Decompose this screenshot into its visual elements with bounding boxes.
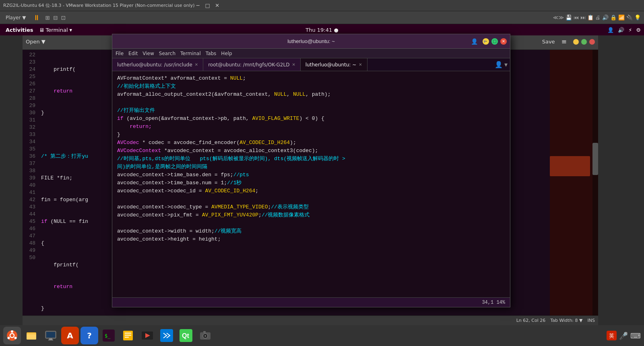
terminal-menu-btn[interactable]: 🖥 Terminal ▾ (39, 27, 72, 33)
taskbar-notes-btn[interactable] (119, 327, 137, 344)
vm-icon-1[interactable]: ⊞ (45, 14, 50, 21)
gedit-tab-width[interactable]: Tab Width: 8 ▼ (550, 318, 582, 323)
term-line-4: //打开输出文件 (117, 107, 505, 115)
media-icon (141, 329, 154, 342)
settings-icon[interactable]: ⚙ (636, 27, 641, 33)
gedit-win-controls (573, 39, 595, 45)
tab-3-close[interactable]: ✕ (359, 62, 362, 67)
terminal-label: Terminal (46, 27, 68, 33)
vmware-title: RZG2IL-Ubuntu 64 位-18.3 - VMware Worksta… (3, 2, 195, 8)
taskbar-help-btn[interactable]: ? (80, 327, 98, 344)
gedit-maximize-btn[interactable] (581, 39, 587, 45)
taskbar-media-btn[interactable] (138, 327, 156, 344)
vm-icon-print[interactable]: 🖨 (595, 14, 601, 21)
pause-icon[interactable]: ⏸ (33, 13, 40, 22)
svg-rect-14 (125, 333, 131, 334)
menu-tabs[interactable]: Tabs (206, 51, 217, 56)
term-line-12: avcodec_context->time_base.den = fps;//p… (117, 171, 505, 179)
taskbar-display-btn[interactable] (42, 327, 60, 344)
ubuntu-logo-icon (6, 330, 18, 341)
svg-point-25 (205, 336, 206, 337)
tab-3-label: lutherluo@ubuntu: ~ (305, 62, 357, 68)
taskbar-files-btn[interactable] (23, 327, 40, 344)
svg-point-3 (14, 337, 17, 339)
svg-rect-9 (49, 338, 52, 340)
terminal-dropdown-icon[interactable]: ▾ (483, 39, 486, 44)
terminal-body[interactable]: AVFormatContext* avformat_context = NULL… (112, 71, 510, 297)
svg-rect-26 (203, 331, 206, 333)
scrollbar-track (592, 50, 598, 315)
user-icon[interactable]: 👤 (607, 27, 614, 33)
term-line-10: //时间基,pts,dts的时间单位 pts(解码后帧被显示的时间), dts(… (117, 155, 505, 163)
tab-1-close[interactable]: ✕ (195, 62, 198, 67)
menu-file[interactable]: File (116, 51, 124, 56)
term-line-15: avcodec_context->codec_type = AVMEDIA_TY… (117, 203, 505, 211)
terminal-close-btn[interactable]: ✕ (500, 38, 507, 45)
terminal-icon-small: 🖥 (39, 27, 44, 33)
terminal-tab-2[interactable]: root@ubuntu: /mnt/hgfs/OK-G2LD ✕ (203, 58, 301, 71)
vm-icon-3[interactable]: ⊡ (61, 14, 66, 21)
vm-icon-lock[interactable]: 🔒 (610, 14, 617, 21)
tab-2-close[interactable]: ✕ (292, 62, 295, 67)
menu-view[interactable]: View (142, 51, 154, 56)
taskbar-vscode-btn[interactable] (158, 327, 175, 344)
minimap-viewport (550, 156, 590, 176)
term-line-9: AVCodecContext *avcodec_context = avcode… (117, 147, 505, 155)
vm-icon-copy[interactable]: 📋 (587, 14, 594, 21)
gedit-minimap (550, 50, 598, 315)
gedit-close-btn[interactable] (589, 39, 595, 45)
tab-2-label: root@ubuntu: /mnt/hgfs/OK-G2LD (208, 62, 289, 68)
activities-btn[interactable]: Activities (3, 27, 36, 33)
tab-dropdown-icon[interactable]: ▾ (504, 61, 508, 68)
taskbar-ubuntu-btn[interactable] (3, 327, 21, 344)
vm-icon-send[interactable]: ≪≫ (553, 14, 564, 21)
terminal-statusbar: 34,1 14% (112, 297, 510, 307)
ime-btn[interactable]: 英 (607, 331, 617, 340)
terminal-tab-3[interactable]: lutherluo@ubuntu: ~ ✕ (301, 58, 367, 71)
taskbar-texteditor-btn[interactable]: A (61, 327, 79, 344)
restore-btn[interactable]: □ (204, 2, 211, 9)
vm-icon-2[interactable]: ⊟ (53, 14, 58, 21)
svg-text:Qt: Qt (182, 332, 189, 339)
gedit-minimize-btn[interactable] (573, 39, 579, 45)
scrollbar-thumb[interactable] (592, 143, 598, 175)
gedit-save-btn[interactable]: Save (542, 39, 555, 45)
vm-icon-net[interactable]: 📶 (618, 14, 625, 21)
power-icon[interactable]: ⚡ (628, 27, 632, 33)
gedit-menu-btn[interactable]: ≡ (561, 38, 567, 45)
menu-search[interactable]: Search (159, 51, 175, 56)
taskbar-terminal-btn[interactable]: $_ (100, 327, 118, 344)
terminal-maximize-btn[interactable]: □ (491, 38, 498, 45)
taskbar-qt-btn[interactable]: Qt (177, 327, 195, 344)
vm-icon-light[interactable]: 💡 (634, 14, 641, 21)
player-btn[interactable]: Player ▼ (3, 14, 28, 21)
terminal-window: lutherluo@ubuntu: ~ ─ □ ✕ 👤 ▾ File Edit … (112, 34, 510, 307)
taskbar-camera-btn[interactable] (196, 327, 214, 344)
vm-icon-vol[interactable]: 🔊 (602, 14, 609, 21)
term-line-8: AVCodec * codec = avcodec_find_encoder(A… (117, 139, 505, 147)
tab-user-icon: 👤 (495, 61, 503, 68)
menu-edit[interactable]: Edit (128, 51, 138, 56)
qt-icon: Qt (180, 329, 192, 342)
volume-icon[interactable]: 🔊 (618, 27, 624, 33)
vmware-titlebar: RZG2IL-Ubuntu 64 位-18.3 - VMware Worksta… (0, 0, 644, 11)
minimize-btn[interactable]: ─ (195, 2, 201, 9)
term-line-7: } (117, 131, 505, 139)
terminal-tab-1[interactable]: lutherluo@ubuntu: /usr/include ✕ (112, 58, 203, 71)
term-line-18: avcodec_context->height = height; (117, 235, 505, 243)
vm-icon-save[interactable]: 💾 (566, 14, 572, 21)
vm-icon-usb[interactable]: 🔌 (626, 14, 633, 21)
menu-terminal[interactable]: Terminal (180, 51, 201, 56)
gedit-open-btn[interactable]: Open ▼ (26, 39, 45, 45)
vm-icon-rewind[interactable]: ⏮ (574, 14, 579, 21)
menu-help[interactable]: Help (221, 51, 232, 56)
close-btn[interactable]: ✕ (214, 2, 221, 9)
terminal-taskbar-icon: $_ (103, 330, 115, 342)
texteditor-icon: A (67, 331, 73, 340)
term-line-1: AVFormatContext* avformat_context = NULL… (117, 74, 505, 82)
vm-icon-fwd[interactable]: ⏭ (580, 14, 586, 21)
term-line-2: //初始化封装格式上下文 (117, 82, 505, 91)
keyboard-taskbar-icon[interactable]: ⌨ (630, 332, 641, 340)
gedit-statusbar: Ln 62, Col 26 Tab Width: 8 ▼ INS (23, 315, 598, 325)
mic-taskbar-icon[interactable]: 🎤 (619, 332, 628, 340)
